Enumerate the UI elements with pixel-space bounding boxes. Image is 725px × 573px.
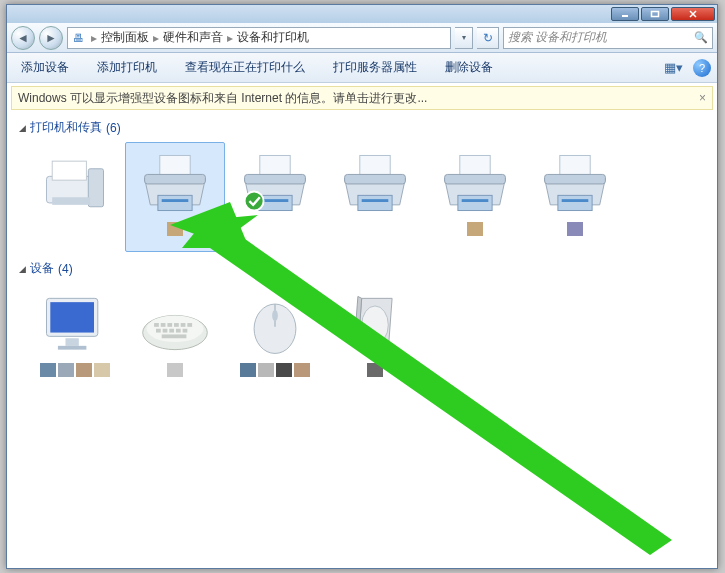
printer-icon	[335, 147, 415, 219]
search-input[interactable]: 搜索 设备和打印机 🔍	[503, 27, 713, 49]
svg-rect-40	[187, 323, 192, 327]
infobar-close-icon[interactable]: ×	[699, 91, 706, 105]
svg-rect-20	[362, 199, 389, 202]
swatch	[276, 363, 292, 377]
search-placeholder: 搜索 设备和打印机	[508, 29, 607, 46]
group-count: (6)	[106, 121, 121, 135]
swatch	[367, 363, 383, 377]
refresh-button[interactable]: ↻	[477, 27, 499, 49]
svg-rect-17	[360, 155, 390, 174]
svg-rect-9	[145, 174, 206, 184]
group-header-printers[interactable]: ◢ 打印机和传真 (6)	[19, 119, 707, 136]
toolbar: 添加设备 添加打印机 查看现在正在打印什么 打印服务器属性 删除设备 ▦▾ ?	[7, 53, 717, 83]
close-button[interactable]	[671, 7, 715, 21]
swatch	[240, 363, 256, 377]
explorer-window: ◄ ► 🖶 ▸ 控制面板 ▸ 硬件和声音 ▸ 设备和打印机 ▾ ↻ 搜索 设备和…	[6, 4, 718, 569]
infobar[interactable]: Windows 可以显示增强型设备图标和来自 Internet 的信息。请单击进…	[11, 86, 713, 110]
device-item-printer-selected[interactable]	[125, 142, 225, 252]
toolbar-add-device[interactable]: 添加设备	[7, 53, 83, 82]
devices-grid	[25, 283, 707, 393]
swatch	[167, 363, 183, 377]
printer-icon	[535, 147, 615, 219]
svg-rect-30	[50, 302, 94, 332]
svg-rect-10	[158, 195, 192, 210]
chevron-right-icon: ▸	[150, 31, 162, 45]
group-label: 设备	[30, 260, 54, 277]
printer-icon	[235, 147, 315, 219]
nav-forward-button[interactable]: ►	[39, 26, 63, 50]
svg-rect-38	[174, 323, 179, 327]
minimize-button[interactable]	[611, 7, 639, 21]
navbar: ◄ ► 🖶 ▸ 控制面板 ▸ 硬件和声音 ▸ 设备和打印机 ▾ ↻ 搜索 设备和…	[7, 23, 717, 53]
swatch	[467, 222, 483, 236]
mouse-icon	[235, 288, 315, 360]
toolbar-server-props[interactable]: 打印服务器属性	[319, 53, 431, 82]
breadcrumb-item[interactable]: 设备和打印机	[236, 29, 310, 46]
titlebar	[7, 5, 717, 23]
view-options-button[interactable]: ▦▾	[661, 56, 685, 80]
svg-rect-46	[162, 334, 187, 338]
svg-rect-39	[181, 323, 186, 327]
devices-icon: 🖶	[68, 29, 88, 47]
nav-back-button[interactable]: ◄	[11, 26, 35, 50]
svg-point-16	[245, 192, 264, 211]
swatches	[240, 363, 310, 377]
device-item-mouse[interactable]	[225, 283, 325, 393]
svg-rect-21	[460, 155, 490, 174]
svg-rect-36	[161, 323, 166, 327]
address-dropdown[interactable]: ▾	[455, 27, 473, 49]
svg-rect-13	[245, 174, 306, 184]
toolbar-remove-device[interactable]: 删除设备	[431, 53, 507, 82]
swatch	[567, 222, 583, 236]
svg-rect-24	[462, 199, 489, 202]
toolbar-view-queue[interactable]: 查看现在正在打印什么	[171, 53, 319, 82]
svg-rect-27	[558, 195, 592, 210]
toolbar-add-printer[interactable]: 添加打印机	[83, 53, 171, 82]
svg-rect-32	[58, 346, 87, 350]
search-icon: 🔍	[694, 31, 708, 44]
device-item-monitor[interactable]	[25, 283, 125, 393]
svg-rect-28	[562, 199, 589, 202]
printers-grid	[25, 142, 707, 252]
fax-icon	[35, 147, 115, 219]
device-item-printer[interactable]	[425, 142, 525, 252]
printer-icon	[135, 147, 215, 219]
device-item-fax[interactable]	[25, 142, 125, 252]
device-item-printer[interactable]	[525, 142, 625, 252]
chevron-right-icon: ▸	[88, 31, 100, 45]
svg-rect-11	[162, 199, 189, 202]
svg-point-49	[362, 306, 389, 344]
swatch	[258, 363, 274, 377]
device-item-disk[interactable]	[325, 283, 425, 393]
swatches	[367, 363, 383, 377]
svg-rect-37	[167, 323, 172, 327]
group-header-devices[interactable]: ◢ 设备 (4)	[19, 260, 707, 277]
swatches	[567, 222, 583, 236]
svg-rect-19	[358, 195, 392, 210]
swatch	[94, 363, 110, 377]
breadcrumb-item[interactable]: 控制面板	[100, 29, 150, 46]
svg-rect-26	[545, 174, 606, 184]
keyboard-icon	[135, 288, 215, 360]
swatch	[294, 363, 310, 377]
svg-rect-6	[88, 169, 103, 207]
breadcrumb-item[interactable]: 硬件和声音	[162, 29, 224, 46]
device-item-printer[interactable]	[325, 142, 425, 252]
svg-rect-23	[458, 195, 492, 210]
svg-rect-43	[169, 329, 174, 333]
chevron-right-icon: ▸	[224, 31, 236, 45]
svg-rect-35	[154, 323, 159, 327]
device-item-printer-default[interactable]	[225, 142, 325, 252]
maximize-button[interactable]	[641, 7, 669, 21]
address-bar[interactable]: 🖶 ▸ 控制面板 ▸ 硬件和声音 ▸ 设备和打印机	[67, 27, 451, 49]
svg-rect-8	[160, 155, 190, 174]
svg-rect-42	[163, 329, 168, 333]
group-count: (4)	[58, 262, 73, 276]
swatch	[58, 363, 74, 377]
device-item-keyboard[interactable]	[125, 283, 225, 393]
swatches	[167, 363, 183, 377]
swatch	[167, 222, 183, 236]
svg-rect-25	[560, 155, 590, 174]
printer-icon	[435, 147, 515, 219]
help-button[interactable]: ?	[693, 59, 711, 77]
